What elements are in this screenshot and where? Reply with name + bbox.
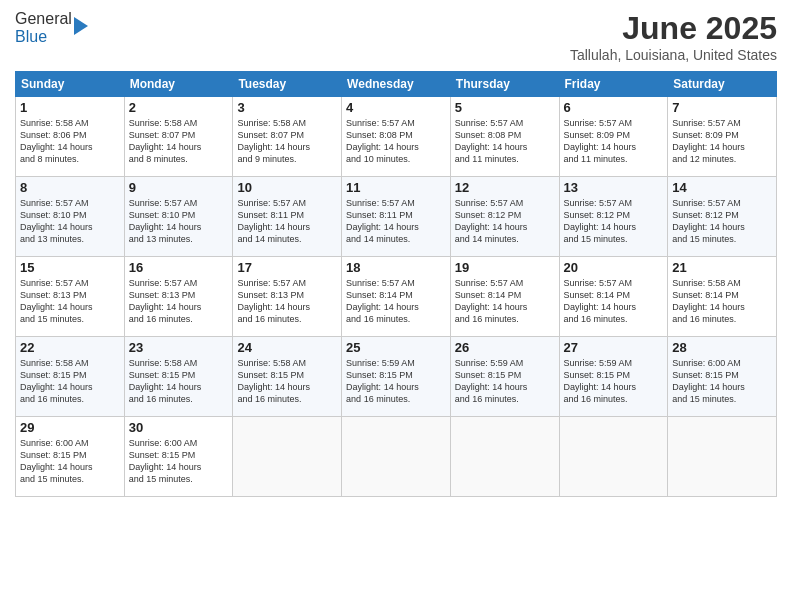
calendar-cell: 5Sunrise: 5:57 AMSunset: 8:08 PMDaylight… xyxy=(450,97,559,177)
calendar-cell xyxy=(559,417,668,497)
day-info: Sunrise: 5:57 AMSunset: 8:09 PMDaylight:… xyxy=(672,117,772,166)
day-info: Sunrise: 5:57 AMSunset: 8:10 PMDaylight:… xyxy=(20,197,120,246)
calendar-cell: 1Sunrise: 5:58 AMSunset: 8:06 PMDaylight… xyxy=(16,97,125,177)
calendar-cell: 14Sunrise: 5:57 AMSunset: 8:12 PMDayligh… xyxy=(668,177,777,257)
day-info: Sunrise: 5:59 AMSunset: 8:15 PMDaylight:… xyxy=(346,357,446,406)
day-info: Sunrise: 5:57 AMSunset: 8:12 PMDaylight:… xyxy=(564,197,664,246)
calendar-cell: 11Sunrise: 5:57 AMSunset: 8:11 PMDayligh… xyxy=(342,177,451,257)
calendar-cell: 15Sunrise: 5:57 AMSunset: 8:13 PMDayligh… xyxy=(16,257,125,337)
day-info: Sunrise: 5:59 AMSunset: 8:15 PMDaylight:… xyxy=(564,357,664,406)
calendar-cell: 8Sunrise: 5:57 AMSunset: 8:10 PMDaylight… xyxy=(16,177,125,257)
calendar-cell: 19Sunrise: 5:57 AMSunset: 8:14 PMDayligh… xyxy=(450,257,559,337)
day-number: 23 xyxy=(129,340,229,355)
day-info: Sunrise: 5:57 AMSunset: 8:10 PMDaylight:… xyxy=(129,197,229,246)
col-thursday: Thursday xyxy=(450,72,559,97)
calendar-cell: 27Sunrise: 5:59 AMSunset: 8:15 PMDayligh… xyxy=(559,337,668,417)
calendar-cell: 20Sunrise: 5:57 AMSunset: 8:14 PMDayligh… xyxy=(559,257,668,337)
day-number: 16 xyxy=(129,260,229,275)
calendar-cell: 9Sunrise: 5:57 AMSunset: 8:10 PMDaylight… xyxy=(124,177,233,257)
day-number: 29 xyxy=(20,420,120,435)
calendar-cell xyxy=(233,417,342,497)
day-number: 13 xyxy=(564,180,664,195)
calendar-cell: 30Sunrise: 6:00 AMSunset: 8:15 PMDayligh… xyxy=(124,417,233,497)
day-number: 8 xyxy=(20,180,120,195)
day-info: Sunrise: 5:57 AMSunset: 8:11 PMDaylight:… xyxy=(346,197,446,246)
col-monday: Monday xyxy=(124,72,233,97)
month-title: June 2025 xyxy=(570,10,777,47)
day-info: Sunrise: 6:00 AMSunset: 8:15 PMDaylight:… xyxy=(20,437,120,486)
day-number: 30 xyxy=(129,420,229,435)
day-number: 15 xyxy=(20,260,120,275)
day-info: Sunrise: 6:00 AMSunset: 8:15 PMDaylight:… xyxy=(672,357,772,406)
day-number: 21 xyxy=(672,260,772,275)
calendar-week-row: 22Sunrise: 5:58 AMSunset: 8:15 PMDayligh… xyxy=(16,337,777,417)
day-info: Sunrise: 5:57 AMSunset: 8:08 PMDaylight:… xyxy=(346,117,446,166)
calendar-cell: 17Sunrise: 5:57 AMSunset: 8:13 PMDayligh… xyxy=(233,257,342,337)
col-saturday: Saturday xyxy=(668,72,777,97)
day-info: Sunrise: 5:58 AMSunset: 8:15 PMDaylight:… xyxy=(237,357,337,406)
day-number: 19 xyxy=(455,260,555,275)
day-number: 7 xyxy=(672,100,772,115)
calendar-cell: 16Sunrise: 5:57 AMSunset: 8:13 PMDayligh… xyxy=(124,257,233,337)
calendar-cell: 24Sunrise: 5:58 AMSunset: 8:15 PMDayligh… xyxy=(233,337,342,417)
day-number: 20 xyxy=(564,260,664,275)
calendar-cell: 12Sunrise: 5:57 AMSunset: 8:12 PMDayligh… xyxy=(450,177,559,257)
day-info: Sunrise: 5:58 AMSunset: 8:07 PMDaylight:… xyxy=(129,117,229,166)
header: General Blue June 2025 Tallulah, Louisia… xyxy=(15,10,777,63)
day-number: 28 xyxy=(672,340,772,355)
calendar-cell: 18Sunrise: 5:57 AMSunset: 8:14 PMDayligh… xyxy=(342,257,451,337)
day-number: 6 xyxy=(564,100,664,115)
day-info: Sunrise: 5:57 AMSunset: 8:12 PMDaylight:… xyxy=(672,197,772,246)
calendar-cell: 13Sunrise: 5:57 AMSunset: 8:12 PMDayligh… xyxy=(559,177,668,257)
day-info: Sunrise: 5:59 AMSunset: 8:15 PMDaylight:… xyxy=(455,357,555,406)
calendar-cell: 3Sunrise: 5:58 AMSunset: 8:07 PMDaylight… xyxy=(233,97,342,177)
calendar-week-row: 15Sunrise: 5:57 AMSunset: 8:13 PMDayligh… xyxy=(16,257,777,337)
day-info: Sunrise: 5:58 AMSunset: 8:06 PMDaylight:… xyxy=(20,117,120,166)
calendar-cell xyxy=(450,417,559,497)
day-info: Sunrise: 6:00 AMSunset: 8:15 PMDaylight:… xyxy=(129,437,229,486)
calendar-cell: 26Sunrise: 5:59 AMSunset: 8:15 PMDayligh… xyxy=(450,337,559,417)
calendar-cell xyxy=(668,417,777,497)
col-friday: Friday xyxy=(559,72,668,97)
day-info: Sunrise: 5:57 AMSunset: 8:14 PMDaylight:… xyxy=(346,277,446,326)
day-number: 3 xyxy=(237,100,337,115)
logo-arrow-icon xyxy=(74,17,88,35)
page: General Blue June 2025 Tallulah, Louisia… xyxy=(0,0,792,612)
calendar-table: Sunday Monday Tuesday Wednesday Thursday… xyxy=(15,71,777,497)
day-number: 14 xyxy=(672,180,772,195)
day-number: 2 xyxy=(129,100,229,115)
day-number: 5 xyxy=(455,100,555,115)
calendar-cell: 28Sunrise: 6:00 AMSunset: 8:15 PMDayligh… xyxy=(668,337,777,417)
logo-blue-text: Blue xyxy=(15,28,47,45)
calendar-cell: 21Sunrise: 5:58 AMSunset: 8:14 PMDayligh… xyxy=(668,257,777,337)
logo: General Blue xyxy=(15,10,88,46)
calendar-header-row: Sunday Monday Tuesday Wednesday Thursday… xyxy=(16,72,777,97)
day-info: Sunrise: 5:57 AMSunset: 8:11 PMDaylight:… xyxy=(237,197,337,246)
day-info: Sunrise: 5:57 AMSunset: 8:13 PMDaylight:… xyxy=(20,277,120,326)
day-number: 26 xyxy=(455,340,555,355)
day-info: Sunrise: 5:58 AMSunset: 8:14 PMDaylight:… xyxy=(672,277,772,326)
calendar-cell: 10Sunrise: 5:57 AMSunset: 8:11 PMDayligh… xyxy=(233,177,342,257)
day-info: Sunrise: 5:57 AMSunset: 8:14 PMDaylight:… xyxy=(564,277,664,326)
day-number: 9 xyxy=(129,180,229,195)
day-number: 24 xyxy=(237,340,337,355)
day-number: 17 xyxy=(237,260,337,275)
day-info: Sunrise: 5:57 AMSunset: 8:09 PMDaylight:… xyxy=(564,117,664,166)
day-number: 18 xyxy=(346,260,446,275)
day-number: 22 xyxy=(20,340,120,355)
calendar-cell: 4Sunrise: 5:57 AMSunset: 8:08 PMDaylight… xyxy=(342,97,451,177)
location-text: Tallulah, Louisiana, United States xyxy=(570,47,777,63)
day-info: Sunrise: 5:58 AMSunset: 8:07 PMDaylight:… xyxy=(237,117,337,166)
day-info: Sunrise: 5:58 AMSunset: 8:15 PMDaylight:… xyxy=(129,357,229,406)
calendar-week-row: 1Sunrise: 5:58 AMSunset: 8:06 PMDaylight… xyxy=(16,97,777,177)
day-info: Sunrise: 5:57 AMSunset: 8:13 PMDaylight:… xyxy=(237,277,337,326)
logo-general-text: General xyxy=(15,10,72,27)
day-info: Sunrise: 5:58 AMSunset: 8:15 PMDaylight:… xyxy=(20,357,120,406)
calendar-cell: 29Sunrise: 6:00 AMSunset: 8:15 PMDayligh… xyxy=(16,417,125,497)
calendar-cell: 25Sunrise: 5:59 AMSunset: 8:15 PMDayligh… xyxy=(342,337,451,417)
day-number: 11 xyxy=(346,180,446,195)
day-number: 1 xyxy=(20,100,120,115)
day-info: Sunrise: 5:57 AMSunset: 8:08 PMDaylight:… xyxy=(455,117,555,166)
day-number: 27 xyxy=(564,340,664,355)
calendar-week-row: 8Sunrise: 5:57 AMSunset: 8:10 PMDaylight… xyxy=(16,177,777,257)
